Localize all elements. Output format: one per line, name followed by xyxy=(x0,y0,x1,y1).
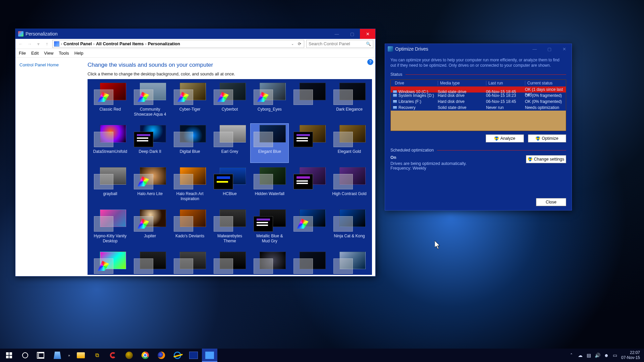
back-button[interactable]: ← xyxy=(17,41,24,47)
theme-item[interactable]: Halo Aero Lite xyxy=(131,166,169,205)
theme-item[interactable]: Halo Reach Art Inspiration xyxy=(171,166,209,205)
theme-item[interactable]: Hidden Waterfall xyxy=(250,166,289,205)
theme-item[interactable] xyxy=(290,166,329,205)
recent-dropdown-icon[interactable]: ▾ xyxy=(35,41,42,47)
taskbar-clock[interactable]: 22:07 07-Nov-15 xyxy=(621,350,640,360)
taskbar-app-control-panel[interactable] xyxy=(202,349,217,362)
theme-item[interactable]: HCBlue xyxy=(211,166,249,205)
tray-onedrive-icon[interactable]: ☁ xyxy=(578,353,583,358)
up-button[interactable]: ↑ xyxy=(44,41,50,46)
drive-list-empty-area[interactable] xyxy=(391,111,566,131)
theme-item[interactable]: Earl Grey xyxy=(211,123,249,163)
toolbar-chevron[interactable]: » xyxy=(66,349,72,362)
task-view-button[interactable] xyxy=(34,349,49,362)
address-bar[interactable]: › Control Panel › All Control Panel Item… xyxy=(52,40,304,48)
close-button[interactable]: ✕ xyxy=(557,44,572,54)
minimize-button[interactable]: — xyxy=(527,44,542,54)
theme-item[interactable] xyxy=(250,250,289,275)
search-input[interactable]: Search Control Panel 🔍 xyxy=(306,40,373,48)
maximize-button[interactable]: ▢ xyxy=(542,44,557,54)
theme-color-swatch xyxy=(333,258,353,274)
theme-item[interactable]: High Contrast Gold xyxy=(330,166,369,205)
analyze-button[interactable]: Analyze xyxy=(486,134,524,142)
taskbar-app-ie[interactable] xyxy=(170,349,185,362)
menu-view[interactable]: View xyxy=(44,51,53,56)
theme-item[interactable]: Metallic Blue & Mud Gry xyxy=(250,208,289,247)
theme-item[interactable]: Deep Dark II xyxy=(131,123,169,163)
col-status[interactable]: Current status xyxy=(525,81,564,85)
theme-item[interactable] xyxy=(330,250,369,275)
theme-thumbnail xyxy=(333,83,366,105)
theme-item[interactable] xyxy=(290,208,329,247)
close-dialog-button[interactable]: Close xyxy=(536,198,566,206)
recycle-bin-button[interactable] xyxy=(50,349,65,362)
menu-edit[interactable]: Edit xyxy=(31,51,39,56)
drive-row[interactable]: RecoverySolid state driveNever runNeeds … xyxy=(391,105,566,111)
theme-item[interactable] xyxy=(211,250,249,275)
tray-overflow-icon[interactable]: ˄ xyxy=(569,353,574,358)
optimize-button[interactable]: Optimize xyxy=(528,134,566,142)
col-media[interactable]: Media type xyxy=(438,81,485,85)
theme-item[interactable]: Jupiter xyxy=(131,208,169,247)
close-button[interactable]: ✕ xyxy=(360,29,375,39)
taskbar-app-ccleaner[interactable] xyxy=(105,349,121,362)
col-lastrun[interactable]: Last run xyxy=(486,81,524,85)
recycle-bin-icon xyxy=(54,352,61,359)
theme-item[interactable]: Dark Elegance xyxy=(330,81,369,121)
maximize-button[interactable]: ▢ xyxy=(344,29,360,39)
drive-row[interactable]: Windows 10 (C:)Solid state drive06-Nov-1… xyxy=(391,86,566,93)
start-button[interactable] xyxy=(1,349,17,362)
tray-action-center-icon[interactable]: ▭ xyxy=(612,353,618,358)
theme-item[interactable] xyxy=(290,250,329,275)
menu-tools[interactable]: Tools xyxy=(59,51,69,56)
tray-security-icon[interactable]: ☻ xyxy=(604,353,609,358)
address-dropdown-icon[interactable]: ⌄ xyxy=(290,42,295,46)
theme-item[interactable] xyxy=(290,123,329,163)
menu-file[interactable]: File xyxy=(19,51,26,56)
titlebar[interactable]: Optimize Drives — ▢ ✕ xyxy=(385,44,572,54)
breadcrumb-item[interactable]: All Control Panel Items xyxy=(96,41,144,46)
theme-item[interactable]: Cyberbot xyxy=(211,81,249,121)
theme-item[interactable] xyxy=(131,250,169,275)
taskbar-app-chrome[interactable] xyxy=(138,349,153,362)
change-settings-button[interactable]: Change settings xyxy=(526,155,566,163)
theme-item[interactable]: Cyborg_Eyes xyxy=(250,81,289,121)
theme-item[interactable]: Malwarebytes Theme xyxy=(211,208,249,247)
taskbar-app-explorer[interactable] xyxy=(73,349,89,362)
theme-item[interactable] xyxy=(290,81,329,121)
theme-item[interactable]: Hypno-Kitty Vanity Desktop xyxy=(91,208,129,247)
taskbar-app-generic-3[interactable] xyxy=(186,349,201,362)
drive-icon xyxy=(393,100,397,103)
titlebar[interactable]: Personalization — ▢ ✕ xyxy=(15,29,375,39)
tray-volume-icon[interactable]: 🔊 xyxy=(595,353,600,358)
theme-item[interactable] xyxy=(171,250,209,275)
theme-item[interactable]: Community Showcase Aqua 4 xyxy=(131,81,169,121)
taskbar-app-generic-1[interactable]: ⧉ xyxy=(89,349,105,362)
theme-item[interactable]: Elegant Gold xyxy=(330,123,369,163)
minimize-button[interactable]: — xyxy=(329,29,344,39)
theme-item[interactable]: Elegant Blue xyxy=(250,123,289,163)
col-drive[interactable]: Drive xyxy=(393,81,436,85)
theme-item[interactable]: Digital Blue xyxy=(171,123,209,163)
breadcrumb-item[interactable]: Personalization xyxy=(148,41,180,46)
sidebar-link-home[interactable]: Control Panel Home xyxy=(19,62,80,67)
menu-help[interactable]: Help xyxy=(74,51,84,56)
theme-item[interactable]: Ninja Cat & Kong xyxy=(330,208,369,247)
tray-network-icon[interactable]: ▤ xyxy=(586,353,592,358)
theme-item[interactable] xyxy=(91,250,129,275)
theme-item[interactable]: Classic Red xyxy=(91,81,129,121)
forward-button[interactable]: → xyxy=(26,41,33,47)
help-icon[interactable]: ? xyxy=(367,59,373,65)
drive-row[interactable]: Libraries (F:)Hard disk drive06-Nov-15 1… xyxy=(391,99,566,105)
theme-item[interactable]: Cyber-Tiger xyxy=(171,81,209,121)
taskbar-app-generic-2[interactable] xyxy=(121,349,137,362)
refresh-icon[interactable]: ⟳ xyxy=(297,42,303,46)
theme-item[interactable]: grayball xyxy=(91,166,129,205)
cortana-button[interactable] xyxy=(17,349,33,362)
drive-row[interactable]: System Images (D:)Hard disk drive06-Nov-… xyxy=(391,93,566,99)
theme-item[interactable]: Kado's Deviants xyxy=(171,208,209,247)
theme-item[interactable]: DataStreamUnifold xyxy=(91,123,129,163)
theme-scroll-area[interactable]: Classic RedCommunity Showcase Aqua 4Cybe… xyxy=(88,79,372,275)
breadcrumb-item[interactable]: Control Panel xyxy=(63,41,92,46)
taskbar-app-firefox[interactable] xyxy=(154,349,169,362)
